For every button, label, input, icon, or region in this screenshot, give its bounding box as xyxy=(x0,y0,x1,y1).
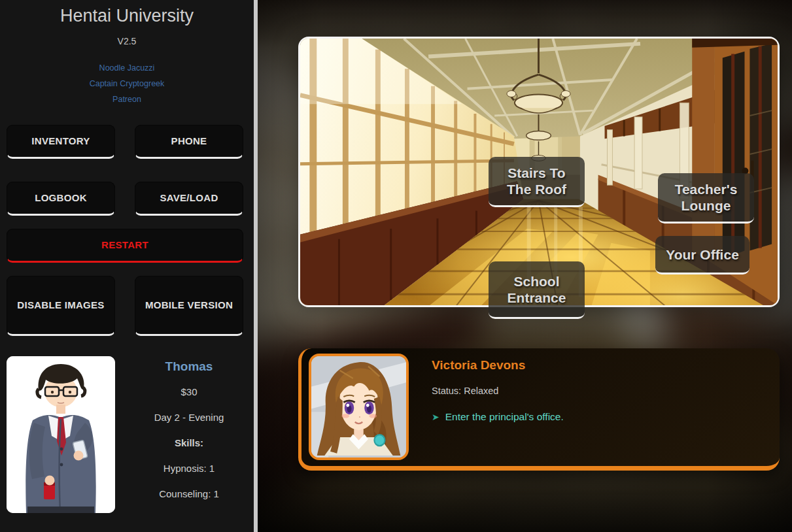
scene-image-frame: Stairs To The Roof Teacher's Lounge Your… xyxy=(298,37,780,307)
link-patreon[interactable]: Patreon xyxy=(0,91,254,107)
player-time: Day 2 - Evening xyxy=(124,405,254,430)
npc-status: Status: Relaxed xyxy=(432,386,498,396)
skills-heading: Skills: xyxy=(124,430,254,456)
game-window: Stairs To The Roof Teacher's Lounge Your… xyxy=(0,0,792,532)
skill-hypnosis: Hypnosis: 1 xyxy=(124,456,254,481)
phone-button[interactable]: PHONE xyxy=(135,125,243,159)
scene-area: Stairs To The Roof Teacher's Lounge Your… xyxy=(258,0,792,532)
game-version: V2.5 xyxy=(0,36,254,46)
player-name: Thomas xyxy=(124,354,254,379)
link-noodle-jacuzzi[interactable]: Noodle Jacuzzi xyxy=(0,60,254,76)
location-button-your-office[interactable]: Your Office xyxy=(655,236,749,274)
skill-counseling: Counseling: 1 xyxy=(124,481,254,507)
mobile-version-button[interactable]: MOBILE VERSION xyxy=(135,276,243,336)
action-arrow-icon: ➤ xyxy=(432,412,439,422)
disable-images-button[interactable]: DISABLE IMAGES xyxy=(7,276,115,336)
link-captain-cryptogreek[interactable]: Captain Cryptogreek xyxy=(0,76,254,91)
inventory-button[interactable]: INVENTORY xyxy=(7,125,115,159)
location-button-teachers-lounge[interactable]: Teacher's Lounge xyxy=(658,173,754,224)
location-button-stairs-to-the-roof[interactable]: Stairs To The Roof xyxy=(489,157,585,207)
victoria-portrait xyxy=(309,354,409,460)
save-load-button[interactable]: SAVE/LOAD xyxy=(135,182,243,216)
player-money: $30 xyxy=(124,379,254,405)
npc-card: Victoria Devons Status: Relaxed ➤Enter t… xyxy=(298,348,780,471)
logbook-button[interactable]: LOGBOOK xyxy=(7,182,115,216)
npc-action-label[interactable]: Enter the principal's office. xyxy=(445,411,564,422)
thomas-portrait xyxy=(7,356,115,513)
player-info: Thomas $30 Day 2 - Evening Skills: Hypno… xyxy=(124,354,254,507)
credit-links: Noodle Jacuzzi Captain Cryptogreek Patre… xyxy=(0,60,254,107)
game-title: Hentai University xyxy=(0,0,254,26)
npc-action-link[interactable]: ➤Enter the principal's office. xyxy=(432,411,564,423)
restart-button[interactable]: RESTART xyxy=(7,229,243,263)
npc-name: Victoria Devons xyxy=(432,358,525,373)
sidebar: Hentai University V2.5 Noodle Jacuzzi Ca… xyxy=(0,0,258,532)
location-button-school-entrance[interactable]: School Entrance xyxy=(489,261,585,319)
